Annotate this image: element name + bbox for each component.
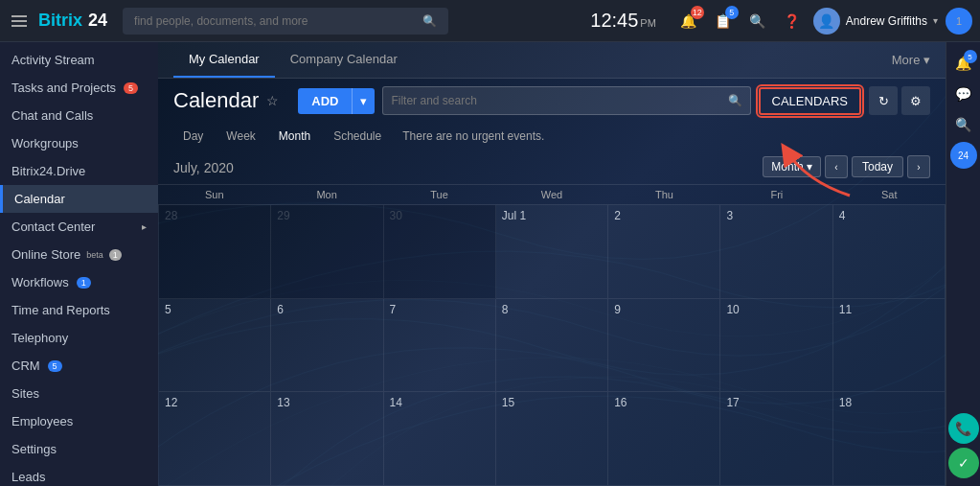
sidebar-item-label: Workflows xyxy=(11,275,69,289)
sidebar-item-contact-center[interactable]: Contact Center ▸ xyxy=(0,213,158,241)
sidebar-item-label: Tasks and Projects xyxy=(11,81,116,95)
sidebar-item-label: Employees xyxy=(11,414,73,428)
filter-input[interactable] xyxy=(391,94,721,107)
calendars-button[interactable]: CALENDARS xyxy=(759,87,861,115)
sidebar-item-telephony[interactable]: Telephony xyxy=(0,324,158,352)
cal-cell-12[interactable]: 12 xyxy=(159,392,271,486)
next-month-btn[interactable]: › xyxy=(907,155,930,178)
notifications-badge: 12 xyxy=(691,6,704,19)
view-tab-week[interactable]: Week xyxy=(217,127,264,146)
cal-cell-10[interactable]: 10 xyxy=(720,299,832,393)
cal-cell-28[interactable]: 28 xyxy=(159,205,271,299)
sidebar-item-label: Time and Reports xyxy=(11,303,110,317)
sidebar-item-label: Chat and Calls xyxy=(11,108,93,123)
calendar-toolbar: Calendar ☆ ADD ▾ 🔍 CALENDARS ↻ ⚙ xyxy=(158,79,946,123)
filter-search[interactable]: 🔍 xyxy=(382,86,750,115)
sidebar-item-chat[interactable]: Chat and Calls xyxy=(0,102,158,129)
add-dropdown-button[interactable]: ▾ xyxy=(352,88,375,114)
cal-cell-18[interactable]: 18 xyxy=(833,392,946,486)
notifications-btn[interactable]: 🔔 12 xyxy=(675,8,702,35)
sidebar-item-label: Sites xyxy=(11,386,39,401)
bell-btn[interactable]: 📋 5 xyxy=(710,8,737,35)
sidebar-item-label: Telephony xyxy=(11,331,68,345)
cal-cell-11[interactable]: 11 xyxy=(833,299,946,393)
sidebar-item-settings[interactable]: Settings xyxy=(0,435,158,463)
day-header-mon: Mon xyxy=(270,185,382,204)
main-area: Activity Stream Tasks and Projects 5 Cha… xyxy=(0,42,980,486)
cal-cell-14[interactable]: 14 xyxy=(384,392,496,486)
sidebar-item-drive[interactable]: Bitrix24.Drive xyxy=(0,157,158,185)
refresh-btn[interactable]: ↻ xyxy=(869,86,898,115)
tab-my-calendar[interactable]: My Calendar xyxy=(173,42,275,78)
sidebar-item-sites[interactable]: Sites xyxy=(0,380,158,407)
crm-badge: 5 xyxy=(48,360,62,372)
more-btn[interactable]: More ▾ xyxy=(892,43,930,77)
day-headers: Sun Mon Tue Wed Thu Fri Sat xyxy=(158,184,946,205)
search-input[interactable] xyxy=(134,14,422,28)
add-button[interactable]: ADD xyxy=(298,88,352,114)
sidebar-item-workgroups[interactable]: Workgroups xyxy=(0,129,158,157)
cal-cell-8[interactable]: 8 xyxy=(496,299,608,393)
sidebar-item-leads[interactable]: Leads xyxy=(0,463,158,486)
calendar-month-header: July, 2020 Month ▾ ‹ Today › xyxy=(158,150,946,184)
right-teal-btn[interactable]: 📞 xyxy=(948,413,979,444)
beta-tag: beta xyxy=(86,250,103,260)
cal-cell-jul1[interactable]: Jul 1 xyxy=(496,205,608,299)
sidebar-item-label: Bitrix24.Drive xyxy=(11,164,85,178)
sidebar-item-activity-stream[interactable]: Activity Stream xyxy=(0,46,158,74)
cal-cell-13[interactable]: 13 xyxy=(271,392,383,486)
right-counter-icon[interactable]: 24 xyxy=(950,142,977,169)
cal-cell-5[interactable]: 5 xyxy=(159,299,271,393)
right-search-icon[interactable]: 🔍 xyxy=(950,111,977,138)
hamburger-menu[interactable] xyxy=(8,12,31,31)
sidebar-item-calendar[interactable]: Calendar xyxy=(0,185,158,213)
cal-cell-16[interactable]: 16 xyxy=(608,392,720,486)
day-header-sun: Sun xyxy=(158,185,270,204)
sidebar-item-workflows[interactable]: Workflows 1 xyxy=(0,268,158,296)
help-btn[interactable]: ❓ xyxy=(779,8,806,35)
cal-cell-15[interactable]: 15 xyxy=(496,392,608,486)
sidebar-item-label: Leads xyxy=(11,470,45,484)
cal-cell-30[interactable]: 30 xyxy=(384,205,496,299)
search-btn[interactable]: 🔍 xyxy=(744,8,771,35)
view-tab-schedule[interactable]: Schedule xyxy=(324,127,391,146)
settings-btn[interactable]: ⚙ xyxy=(901,86,930,115)
cal-cell-17[interactable]: 17 xyxy=(720,392,832,486)
view-tab-month[interactable]: Month xyxy=(269,127,320,146)
right-crm-icon[interactable]: 💬 xyxy=(950,81,977,107)
chevron-down-icon: ▾ xyxy=(933,15,938,26)
right-bell-icon[interactable]: 🔔 5 xyxy=(950,50,977,77)
cal-cell-6[interactable]: 6 xyxy=(271,299,383,393)
tab-company-calendar[interactable]: Company Calendar xyxy=(275,42,413,78)
topbar: Bitrix24 🔍 12:45 PM 🔔 12 📋 5 🔍 ❓ 👤 Andre… xyxy=(0,0,980,42)
month-select[interactable]: Month ▾ xyxy=(763,156,821,177)
cal-cell-9[interactable]: 9 xyxy=(608,299,720,393)
calendar-body: 28 29 30 Jul 1 2 3 4 5 6 7 8 9 10 11 1 xyxy=(158,205,946,486)
cal-cell-4[interactable]: 4 xyxy=(833,205,946,299)
user-info[interactable]: 👤 Andrew Griffiths ▾ xyxy=(813,8,938,35)
counter-value: 1 xyxy=(956,15,962,27)
today-btn[interactable]: Today xyxy=(852,156,903,177)
sidebar-item-time-reports[interactable]: Time and Reports xyxy=(0,296,158,324)
sidebar-item-tasks[interactable]: Tasks and Projects 5 xyxy=(0,74,158,102)
cal-cell-2[interactable]: 2 xyxy=(608,205,720,299)
calendar-tabs: My Calendar Company Calendar More ▾ xyxy=(158,42,946,79)
cal-cell-7[interactable]: 7 xyxy=(384,299,496,393)
topbar-icons: 🔔 12 📋 5 🔍 ❓ xyxy=(675,8,806,35)
cal-cell-29[interactable]: 29 xyxy=(271,205,383,299)
calendars-btn-label: CALENDARS xyxy=(772,94,848,108)
sidebar-item-crm[interactable]: CRM 5 xyxy=(0,352,158,380)
counter-badge[interactable]: 1 xyxy=(946,8,972,35)
star-icon[interactable]: ☆ xyxy=(266,93,279,108)
day-header-thu: Thu xyxy=(608,185,720,204)
prev-month-btn[interactable]: ‹ xyxy=(825,155,848,178)
right-panel: 🔔 5 💬 🔍 24 📞 ✓ xyxy=(946,42,980,486)
sidebar-item-employees[interactable]: Employees xyxy=(0,407,158,435)
view-tab-day[interactable]: Day xyxy=(173,127,213,146)
cal-cell-3[interactable]: 3 xyxy=(720,205,832,299)
sidebar-item-online-store[interactable]: Online Store beta 1 xyxy=(0,241,158,268)
sidebar-item-label: Activity Stream xyxy=(11,53,95,67)
add-btn-group: ADD ▾ xyxy=(298,88,375,114)
right-green-btn[interactable]: ✓ xyxy=(948,448,979,478)
global-search[interactable]: 🔍 xyxy=(123,8,448,35)
